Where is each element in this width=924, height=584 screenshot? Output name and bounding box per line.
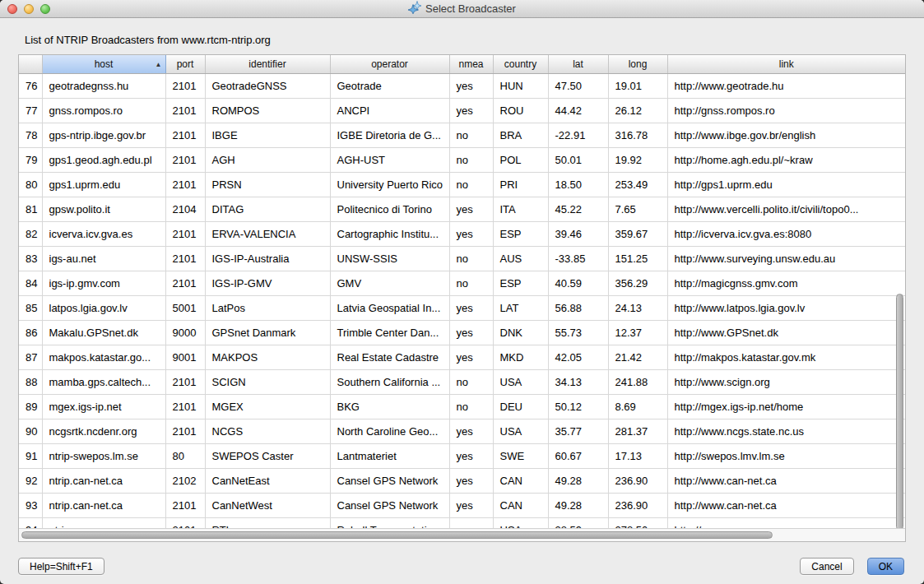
cell-nmea: yes xyxy=(449,468,493,493)
zoom-button[interactable] xyxy=(40,4,50,14)
cell-country: USA xyxy=(493,419,548,443)
title-bar[interactable]: Select Broadcaster xyxy=(0,0,924,18)
cell-nmea: no xyxy=(449,369,493,394)
cancel-button[interactable]: Cancel xyxy=(800,558,853,575)
window-controls xyxy=(7,4,50,14)
cell-long: 236.90 xyxy=(608,493,667,517)
cell-rownum: 93 xyxy=(19,493,42,517)
horizontal-scrollbar-track[interactable] xyxy=(19,528,905,541)
cell-lat: 56.88 xyxy=(548,295,608,320)
cell-rownum: 84 xyxy=(19,271,42,295)
cell-identifier: IGS-IP-Australia xyxy=(205,246,330,271)
cell-long: 17.13 xyxy=(608,443,667,468)
cell-host: gnss.rompos.ro xyxy=(42,98,165,123)
cell-port: 80 xyxy=(165,443,205,468)
cell-port: 2101 xyxy=(165,147,205,172)
close-button[interactable] xyxy=(7,4,17,14)
cell-identifier: SWEPOS Caster xyxy=(205,443,330,468)
cell-link: http://swepos.lmv.lm.se xyxy=(667,443,905,468)
cell-long: 26.12 xyxy=(608,98,667,123)
cell-identifier: ROMPOS xyxy=(205,98,330,123)
column-header-rownum[interactable] xyxy=(19,55,42,73)
column-header-port[interactable]: port xyxy=(165,55,205,73)
cell-country: DEU xyxy=(493,394,548,419)
cell-rownum: 76 xyxy=(19,73,42,98)
table-row[interactable]: 89mgex.igs-ip.net2101MGEXBKGnoDEU50.128.… xyxy=(19,394,905,419)
minimize-button[interactable] xyxy=(24,4,34,14)
table-row[interactable]: 77gnss.rompos.ro2101ROMPOSANCPIyesROU44.… xyxy=(19,98,905,123)
column-header-identifier[interactable]: identifier xyxy=(205,55,330,73)
cell-port: 2102 xyxy=(165,468,205,493)
cell-nmea: no xyxy=(449,172,493,197)
column-header-nmea[interactable]: nmea xyxy=(449,55,493,73)
cell-long: 21.42 xyxy=(608,345,667,369)
table-row[interactable]: 79gps1.geod.agh.edu.pl2101AGHAGH-USTnoPO… xyxy=(19,147,905,172)
window-title: Select Broadcaster xyxy=(425,2,516,15)
table-row[interactable]: 93ntrip.can-net.ca2101CanNetWestCansel G… xyxy=(19,493,905,517)
cell-lat: 42.05 xyxy=(548,345,608,369)
cell-port: 2101 xyxy=(165,394,205,419)
column-header-link[interactable]: link xyxy=(667,55,905,73)
cell-country: BRA xyxy=(493,123,548,147)
table-row[interactable]: 80gps1.uprm.edu2101PRSNUniversity Puerto… xyxy=(19,172,905,197)
cell-identifier: CanNetWest xyxy=(205,493,330,517)
column-header-long[interactable]: long xyxy=(608,55,667,73)
cell-link: http://icverva.icv.gva.es:8080 xyxy=(667,221,905,246)
table-row[interactable]: 84igs-ip.gmv.com2101IGS-IP-GMVGMVnoESP40… xyxy=(19,271,905,295)
broadcaster-table: host ▲ port identifier operator nmea cou… xyxy=(18,54,906,542)
cell-port: 2101 xyxy=(165,271,205,295)
table-row[interactable]: 82icverva.icv.gva.es2101ERVA-VALENCIACar… xyxy=(19,221,905,246)
cell-long: 316.78 xyxy=(608,123,667,147)
cell-identifier: NCGS xyxy=(205,419,330,443)
table-row[interactable]: 90ncgsrtk.ncdenr.org2101NCGSNorth Caroli… xyxy=(19,419,905,443)
cell-long: 12.37 xyxy=(608,320,667,345)
cell-nmea: yes xyxy=(449,320,493,345)
cell-lat: -33.85 xyxy=(548,246,608,271)
cell-operator: North Caroline Geo... xyxy=(330,419,449,443)
cell-operator: UNSW-SSIS xyxy=(330,246,449,271)
cell-nmea: yes xyxy=(449,197,493,221)
column-header-lat[interactable]: lat xyxy=(548,55,608,73)
column-header-country[interactable]: country xyxy=(493,55,548,73)
cell-operator: Lantmateriet xyxy=(330,443,449,468)
table-row[interactable]: 91ntrip-swepos.lm.se80SWEPOS CasterLantm… xyxy=(19,443,905,468)
cell-identifier: DITAG xyxy=(205,197,330,221)
table-row[interactable]: 92ntrip.can-net.ca2102CanNetEastCansel G… xyxy=(19,468,905,493)
cell-rownum: 78 xyxy=(19,123,42,147)
cell-country: DNK xyxy=(493,320,548,345)
help-button[interactable]: Help=Shift+F1 xyxy=(18,558,104,575)
cell-country: MKD xyxy=(493,345,548,369)
cell-long: 359.67 xyxy=(608,221,667,246)
cell-link: http://www.can-net.ca xyxy=(667,493,905,517)
ok-button[interactable]: OK xyxy=(867,558,904,575)
cell-country: USA xyxy=(493,369,548,394)
table-row[interactable]: 86Makalu.GPSnet.dk9000GPSnet DanmarkTrim… xyxy=(19,320,905,345)
cell-link: http://www.latpos.lgia.gov.lv xyxy=(667,295,905,320)
vertical-scrollbar-thumb[interactable] xyxy=(896,294,903,531)
cell-port: 9000 xyxy=(165,320,205,345)
table-row[interactable]: 78gps-ntrip.ibge.gov.br2101IBGEIGBE Dire… xyxy=(19,123,905,147)
cell-lat: 39.46 xyxy=(548,221,608,246)
app-icon xyxy=(408,1,421,16)
table-body: 76geotradegnss.hu2101GeotradeGNSSGeotrad… xyxy=(19,73,905,530)
cell-link: http://gps1.uprm.edu xyxy=(667,172,905,197)
cell-nmea: yes xyxy=(449,295,493,320)
column-header-operator[interactable]: operator xyxy=(330,55,449,73)
cell-host: ntrip.can-net.ca xyxy=(42,493,165,517)
column-header-host[interactable]: host ▲ xyxy=(42,55,165,73)
cell-host: icverva.icv.gva.es xyxy=(42,221,165,246)
cell-rownum: 90 xyxy=(19,419,42,443)
table-row[interactable]: 76geotradegnss.hu2101GeotradeGNSSGeotrad… xyxy=(19,73,905,98)
cell-host: makpos.katastar.go... xyxy=(42,345,165,369)
cell-host: geotradegnss.hu xyxy=(42,73,165,98)
table-row[interactable]: 85latpos.lgia.gov.lv5001LatPosLatvia Geo… xyxy=(19,295,905,320)
cell-country: AUS xyxy=(493,246,548,271)
table-row[interactable]: 87makpos.katastar.go...9001MAKPOSReal Es… xyxy=(19,345,905,369)
cell-nmea: no xyxy=(449,246,493,271)
table-row[interactable]: 88mamba.gps.caltech...2101SCIGNSouthern … xyxy=(19,369,905,394)
table-row[interactable]: 81gpsw.polito.it2104DITAGPolitecnico di … xyxy=(19,197,905,221)
table-row[interactable]: 83igs-au.net2101IGS-IP-AustraliaUNSW-SSI… xyxy=(19,246,905,271)
cell-port: 5001 xyxy=(165,295,205,320)
cell-port: 2101 xyxy=(165,246,205,271)
horizontal-scrollbar-thumb[interactable] xyxy=(21,531,773,539)
